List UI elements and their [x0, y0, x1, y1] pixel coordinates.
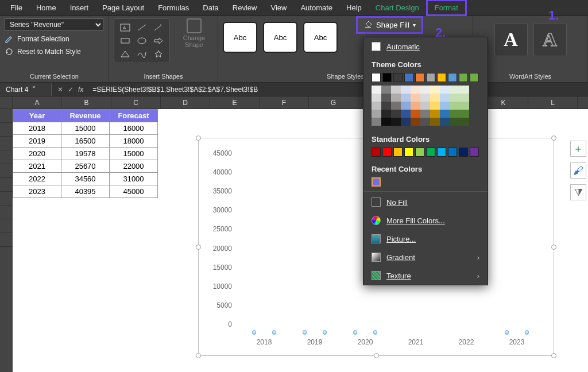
menu-pagelayout[interactable]: Page Layout — [95, 1, 151, 14]
table-header[interactable]: Revenue — [61, 110, 110, 122]
col-header[interactable]: L — [528, 96, 578, 108]
menu-review[interactable]: Review — [226, 1, 264, 14]
texture-fill-option[interactable]: Texture› — [363, 266, 488, 285]
color-swatch[interactable] — [382, 73, 392, 82]
cell[interactable]: 15000 — [110, 148, 158, 160]
cell[interactable]: 15000 — [61, 122, 110, 135]
color-swatch[interactable] — [404, 73, 413, 82]
cell[interactable]: 34560 — [61, 173, 110, 185]
color-swatch[interactable] — [411, 118, 420, 126]
color-swatch[interactable] — [448, 73, 457, 82]
formula-input[interactable] — [89, 86, 588, 94]
color-swatch[interactable] — [420, 86, 430, 94]
shape-style-preset-1[interactable]: Abc — [223, 22, 257, 53]
color-swatch[interactable] — [470, 73, 479, 82]
color-swatch[interactable] — [450, 110, 459, 118]
color-swatch[interactable] — [411, 110, 420, 118]
fill-automatic[interactable]: Automatic — [363, 37, 488, 56]
color-swatch[interactable] — [459, 73, 468, 82]
col-header[interactable]: E — [210, 96, 260, 108]
resize-handle[interactable] — [196, 135, 201, 141]
col-header[interactable]: D — [161, 96, 210, 108]
color-swatch[interactable] — [430, 86, 440, 94]
menu-file[interactable]: File — [3, 1, 29, 14]
color-swatch[interactable] — [404, 148, 413, 157]
color-swatch[interactable] — [420, 118, 430, 126]
menu-help[interactable]: Help — [339, 1, 369, 14]
color-swatch[interactable] — [448, 148, 457, 157]
name-box[interactable]: Chart 4 ˅ — [0, 83, 52, 96]
color-swatch[interactable] — [440, 86, 450, 94]
color-swatch[interactable] — [430, 94, 440, 102]
color-swatch[interactable] — [440, 118, 450, 126]
color-swatch[interactable] — [420, 102, 430, 110]
shape-style-preset-3[interactable]: Abc — [303, 22, 338, 53]
resize-handle[interactable] — [374, 353, 379, 358]
color-swatch[interactable] — [381, 102, 391, 110]
cell[interactable]: 18000 — [110, 135, 158, 148]
color-swatch[interactable] — [382, 148, 392, 157]
cell[interactable]: 16000 — [110, 122, 158, 135]
col-header[interactable]: B — [62, 96, 111, 108]
color-swatch[interactable] — [426, 148, 435, 157]
table-header[interactable]: Year — [13, 110, 61, 122]
menu-data[interactable]: Data — [196, 1, 225, 14]
color-swatch[interactable] — [393, 148, 403, 157]
color-swatch[interactable] — [426, 73, 435, 82]
more-fill-colors-option[interactable]: More Fill Colors... — [363, 211, 488, 230]
cell[interactable]: 2021 — [13, 160, 61, 173]
menu-chart-design[interactable]: Chart Design — [369, 1, 426, 14]
color-swatch[interactable] — [391, 86, 401, 94]
col-header[interactable]: A — [13, 96, 62, 108]
chart-styles-button[interactable]: 🖌 — [570, 162, 586, 179]
color-swatch[interactable] — [391, 118, 401, 126]
color-swatch[interactable] — [401, 118, 411, 126]
color-swatch[interactable] — [411, 102, 420, 110]
color-swatch[interactable] — [391, 102, 401, 110]
color-swatch[interactable] — [372, 73, 381, 82]
color-swatch[interactable] — [430, 110, 440, 118]
color-swatch[interactable] — [372, 94, 381, 102]
cell[interactable]: 19578 — [61, 148, 110, 160]
color-swatch[interactable] — [440, 102, 450, 110]
menu-home[interactable]: Home — [29, 1, 63, 14]
menu-view[interactable]: View — [264, 1, 293, 14]
accept-formula-icon[interactable]: ✓ — [68, 86, 74, 94]
color-swatch[interactable] — [391, 94, 401, 102]
resize-handle[interactable] — [196, 245, 201, 250]
color-swatch[interactable] — [393, 73, 403, 82]
cell[interactable]: 16500 — [61, 135, 110, 148]
cancel-formula-icon[interactable]: ✕ — [57, 86, 63, 94]
color-swatch[interactable] — [391, 110, 401, 118]
color-swatch[interactable] — [459, 86, 469, 94]
cell[interactable]: 25670 — [61, 160, 110, 173]
menu-insert[interactable]: Insert — [63, 1, 96, 14]
fx-icon[interactable]: fx — [78, 86, 83, 94]
format-selection-button[interactable]: Format Selection — [5, 34, 104, 44]
gradient-fill-option[interactable]: Gradient› — [363, 248, 488, 266]
color-swatch[interactable] — [450, 102, 459, 110]
col-header[interactable]: G — [309, 96, 358, 108]
color-swatch[interactable] — [411, 94, 420, 102]
color-swatch[interactable] — [415, 148, 424, 157]
color-swatch[interactable] — [420, 110, 430, 118]
reset-match-style-button[interactable]: Reset to Match Style — [5, 47, 104, 56]
cell[interactable]: 2019 — [13, 135, 61, 148]
color-swatch[interactable] — [401, 102, 411, 110]
col-header[interactable]: F — [260, 96, 309, 108]
color-swatch[interactable] — [372, 86, 381, 94]
color-swatch[interactable] — [401, 110, 411, 118]
wordart-preset-2[interactable]: A — [533, 23, 567, 56]
menu-format[interactable]: Format — [426, 0, 467, 16]
select-all-corner[interactable] — [0, 96, 13, 108]
color-swatch[interactable] — [459, 148, 468, 157]
color-swatch[interactable] — [372, 118, 381, 126]
color-swatch[interactable] — [459, 110, 469, 118]
color-swatch[interactable] — [372, 102, 381, 110]
shape-style-preset-2[interactable]: Abc — [263, 22, 297, 53]
color-swatch[interactable] — [459, 102, 469, 110]
cell[interactable]: 22000 — [110, 160, 158, 173]
color-swatch[interactable] — [450, 118, 459, 126]
cell[interactable]: 31000 — [110, 173, 158, 185]
color-swatch[interactable] — [381, 118, 391, 126]
